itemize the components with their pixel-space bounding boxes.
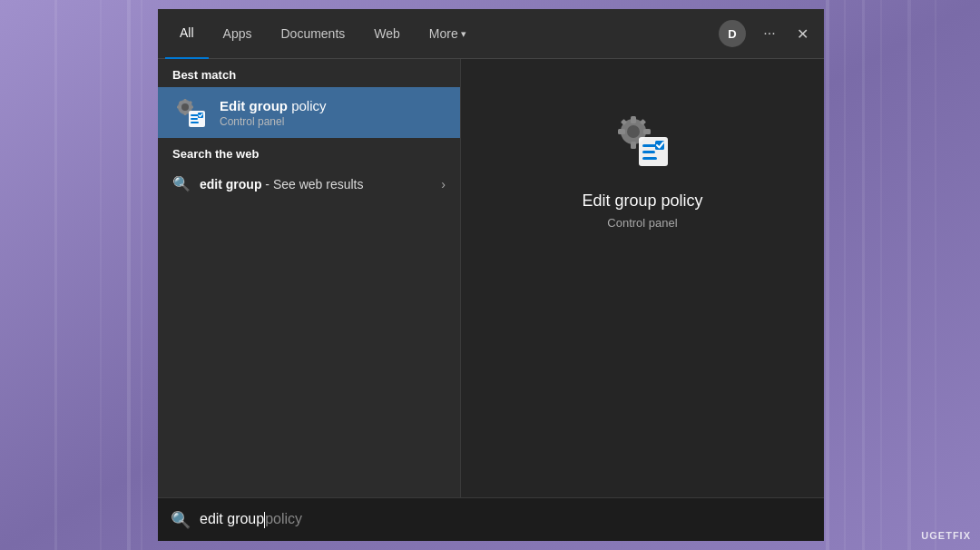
svg-rect-22	[191, 122, 199, 123]
more-options-button[interactable]: ···	[755, 19, 784, 48]
window-controls: D ··· ✕	[719, 19, 817, 48]
web-search-item[interactable]: 🔍 edit group - See web results ›	[158, 166, 460, 201]
svg-point-12	[181, 103, 189, 111]
chevron-down-icon: ▾	[461, 28, 466, 40]
best-match-label: Best match	[158, 59, 460, 87]
search-typed-text: edit group	[200, 511, 264, 526]
tab-more-label: More	[429, 26, 458, 41]
avatar-letter: D	[728, 27, 736, 41]
best-match-subtitle: Control panel	[220, 115, 327, 128]
svg-rect-14	[184, 112, 187, 115]
svg-rect-9	[907, 0, 911, 550]
search-bar[interactable]: 🔍 edit grouppolicy	[158, 497, 824, 541]
tab-apps[interactable]: Apps	[209, 9, 267, 59]
app-subtitle-large: Control panel	[607, 216, 677, 230]
web-query-rest: - See web results	[261, 177, 363, 192]
tab-all-label: All	[180, 25, 194, 40]
svg-rect-28	[618, 129, 625, 134]
ellipsis-icon: ···	[763, 25, 775, 42]
tab-bar: All Apps Documents Web More ▾ D ··· ✕	[158, 9, 824, 59]
right-panel: Edit group policy Control panel	[461, 59, 824, 497]
svg-rect-7	[862, 0, 865, 550]
group-policy-icon	[172, 94, 209, 131]
best-match-title: Edit group policy	[220, 98, 327, 113]
tab-more[interactable]: More ▾	[415, 9, 481, 59]
svg-rect-21	[191, 118, 198, 120]
close-button[interactable]: ✕	[788, 19, 817, 48]
svg-rect-35	[642, 157, 657, 160]
search-suggestion-text: policy	[265, 511, 302, 526]
tab-apps-label: Apps	[223, 26, 252, 41]
svg-rect-10	[935, 0, 936, 550]
svg-rect-1	[54, 0, 57, 550]
svg-rect-3	[127, 0, 131, 550]
web-search-label: Search the web	[158, 138, 460, 166]
app-name-large: Edit group policy	[582, 192, 702, 211]
app-name-large-text: Edit group policy	[582, 192, 702, 210]
search-icon: 🔍	[172, 175, 191, 192]
close-icon: ✕	[797, 25, 808, 43]
chevron-right-icon: ›	[441, 177, 446, 192]
content-area: Best match	[158, 59, 824, 497]
svg-point-25	[627, 125, 640, 138]
tab-web[interactable]: Web	[359, 9, 415, 59]
best-match-title-rest: policy	[288, 98, 327, 113]
svg-rect-2	[100, 0, 102, 550]
best-match-item[interactable]: Edit group policy Control panel	[158, 87, 460, 138]
svg-rect-34	[642, 151, 655, 153]
svg-rect-8	[880, 0, 882, 550]
tab-all[interactable]: All	[165, 9, 209, 59]
best-match-title-bold: Edit group	[220, 98, 288, 113]
left-panel: Best match	[158, 59, 461, 497]
svg-rect-13	[184, 99, 187, 103]
avatar[interactable]: D	[719, 20, 746, 47]
tab-web-label: Web	[374, 26, 400, 41]
tab-documents-label: Documents	[280, 26, 345, 41]
svg-rect-15	[177, 106, 181, 109]
svg-rect-26	[631, 116, 636, 123]
app-icon-large	[606, 104, 679, 177]
tab-documents[interactable]: Documents	[266, 9, 359, 59]
web-query-bold: edit group	[200, 177, 261, 192]
svg-rect-4	[141, 0, 142, 550]
search-input[interactable]: edit grouppolicy	[200, 511, 302, 528]
best-match-text: Edit group policy Control panel	[220, 98, 327, 128]
svg-rect-5	[826, 0, 829, 550]
search-bar-icon: 🔍	[171, 510, 191, 530]
corner-logo: UGETFIX	[921, 530, 971, 541]
search-window: All Apps Documents Web More ▾ D ··· ✕	[158, 9, 824, 541]
svg-rect-16	[190, 106, 193, 109]
svg-rect-29	[643, 129, 651, 134]
web-search-text: edit group - See web results	[200, 177, 432, 192]
svg-rect-27	[631, 142, 636, 149]
svg-rect-6	[844, 0, 846, 550]
